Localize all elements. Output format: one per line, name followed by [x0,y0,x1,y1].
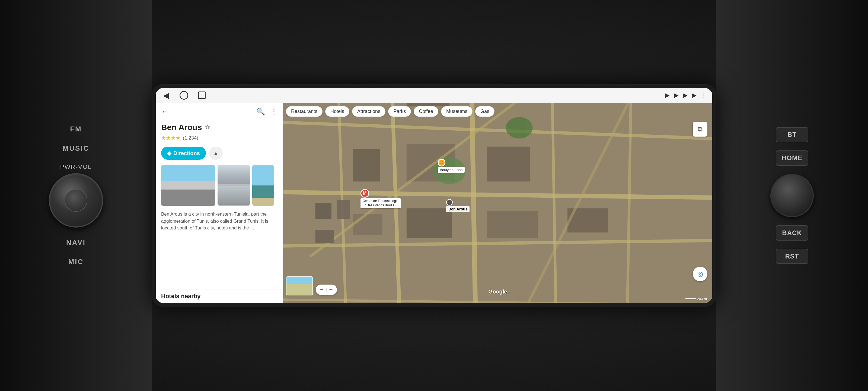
ben-arous-marker-label: Ben Arous [446,206,469,212]
screen-wrapper: ◀ ▶ ▶ ▶ ▶ ⋮ [152,84,716,307]
svg-rect-17 [353,214,382,235]
satellite-map-svg [283,103,712,303]
back-button[interactable]: BACK [776,225,808,241]
map-layer-button[interactable]: ⧉ [693,122,707,137]
photo-street-view [161,165,215,206]
pwr-vol-container: PWR-VOL [49,164,103,227]
svg-rect-25 [315,203,332,219]
right-knob[interactable] [770,174,814,217]
media-btn-3[interactable]: ▶ [683,92,688,99]
left-panel: ← 🔍 ⋮ Ben Arous ☆ ★★★★ (1,234) [156,103,283,303]
photos-section [156,162,283,208]
marker-food: 🍔 Boulytea Food [438,159,465,173]
location-icon: ◎ [698,270,703,278]
panel-header-icons: 🔍 ⋮ [256,108,278,116]
directions-button[interactable]: ◆ Directions [161,147,206,160]
panel-header: ← 🔍 ⋮ [156,103,283,119]
android-top-bar: ◀ ▶ ▶ ▶ ▶ ⋮ [156,88,712,103]
map-scale: 200 m [685,297,707,301]
my-location-button[interactable]: ◎ [693,267,707,281]
svg-rect-16 [487,147,530,181]
google-attribution: Google [489,289,507,295]
chip-coffee[interactable]: Coffee [414,106,438,117]
nearby-section[interactable]: Hotels nearby [156,289,283,303]
chip-museums[interactable]: Museums [441,106,472,117]
mic-label: MIC [68,258,84,266]
right-panel: Restaurants Hotels Attractions Parks Cof… [283,103,712,303]
map-container[interactable]: Restaurants Hotels Attractions Parks Cof… [283,103,712,303]
media-btn-2[interactable]: ▶ [674,92,679,99]
svg-rect-26 [337,200,350,219]
marker-ben-arous: Ben Arous [446,199,469,212]
svg-point-22 [506,117,533,138]
photo-secondary [218,165,250,206]
action-buttons: ◆ Directions ▲ [156,144,283,162]
rating-stars: ★★★★ [161,135,181,141]
rating-count: (1,234) [183,135,198,141]
chip-restaurants[interactable]: Restaurants [286,106,322,117]
chip-parks[interactable]: Parks [388,106,411,117]
svg-rect-19 [487,211,538,238]
content-area: ← 🔍 ⋮ Ben Arous ☆ ★★★★ (1,234) [156,103,712,303]
search-icon[interactable]: 🔍 [256,108,265,116]
chip-attractions[interactable]: Attractions [352,106,385,117]
svg-rect-27 [315,230,334,243]
place-rating: ★★★★ (1,234) [156,134,283,144]
google-logo: Google [489,289,507,295]
photo-building-top[interactable] [218,165,250,184]
bt-button[interactable]: BT [776,127,808,142]
zoom-controls: − | + [316,284,337,295]
media-more[interactable]: ⋮ [701,92,707,99]
music-label: MUSIC [63,144,90,152]
hospital-marker-label: Centre de TraumatologieEt Des Grands Bro… [361,198,401,208]
navi-label: NAVI [66,239,86,247]
description-section: Ben Arous is a city in north-eastern Tun… [156,208,283,234]
layers-icon: ⧉ [698,125,703,133]
car-dashboard: FM MUSIC PWR-VOL NAVI MIC BT HOME BACK R… [0,0,868,391]
left-side-panel: FM MUSIC PWR-VOL NAVI MIC [0,0,152,391]
thumbnail-image [286,277,312,295]
svg-rect-12 [407,103,450,107]
android-recent-icon[interactable] [197,90,207,100]
panel-back-btn[interactable]: ← [161,107,169,116]
media-btn-4[interactable]: ▶ [692,92,696,99]
photo-building-bottom[interactable] [218,186,250,205]
media-btn-1[interactable]: ▶ [665,92,670,99]
right-side-panel: BT HOME BACK RST [716,0,868,391]
fm-label: FM [70,125,82,133]
right-knob-container [770,174,814,217]
pwr-vol-label: PWR-VOL [60,164,92,170]
more-actions-button[interactable]: ▲ [209,147,223,160]
android-home-icon[interactable] [179,90,189,100]
map-overlay-chips: Restaurants Hotels Attractions Parks Cof… [286,106,699,117]
map-thumbnail[interactable] [286,276,313,296]
rst-button[interactable]: RST [776,249,808,264]
media-controls: ▶ ▶ ▶ ▶ ⋮ [665,92,707,99]
place-name: Ben Arous ☆ [156,119,283,134]
save-place-icon[interactable]: ☆ [205,124,210,131]
svg-rect-18 [407,208,452,238]
main-screen: ◀ ▶ ▶ ▶ ▶ ⋮ [156,88,712,303]
food-marker-label: Boulytea Food [438,167,465,173]
zoom-in-button[interactable]: + [328,286,334,293]
svg-rect-14 [353,149,380,181]
chip-hotels[interactable]: Hotels [325,106,349,117]
pwr-vol-knob[interactable] [49,173,103,227]
photo-main[interactable] [161,165,215,206]
home-button[interactable]: HOME [776,150,808,166]
zoom-out-button[interactable]: − [319,286,325,293]
android-back-icon[interactable]: ◀ [161,90,171,100]
photo-coast[interactable] [252,165,274,206]
android-nav-icons: ◀ [161,90,207,100]
directions-icon: ◆ [167,150,171,157]
more-options-icon[interactable]: ⋮ [271,108,278,116]
chip-gas[interactable]: Gas [475,106,495,117]
marker-hospital: M Centre de TraumatologieEt Des Grands B… [361,189,401,208]
